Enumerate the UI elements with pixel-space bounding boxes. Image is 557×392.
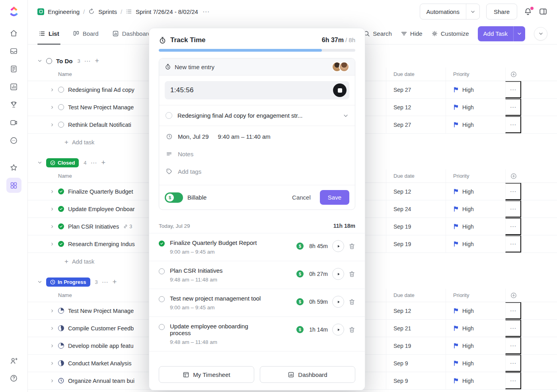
automations-chevron-button[interactable] [466, 4, 479, 19]
my-timesheet-button[interactable]: My Timesheet [159, 366, 254, 383]
task-menu-button[interactable]: ⋯ [505, 218, 521, 235]
toggle-panel-button[interactable] [539, 7, 547, 16]
tab-list[interactable]: List [37, 23, 60, 44]
search-button[interactable]: Search [363, 30, 392, 37]
due-date-cell[interactable]: Sep 24 [386, 200, 446, 217]
sidebar-item-inbox[interactable] [6, 43, 21, 58]
time-entry-row[interactable]: Plan CSR Initiatives 9:48 am – 11:48 am … [149, 261, 365, 289]
play-button[interactable] [332, 324, 344, 336]
sidebar-item-apps[interactable] [6, 178, 21, 193]
sidebar-item-home[interactable] [6, 25, 21, 41]
task-menu-button[interactable]: ⋯ [505, 183, 521, 200]
status-open-icon[interactable] [159, 296, 165, 302]
group-add-button[interactable]: + [95, 57, 99, 64]
task-menu-button[interactable]: ⋯ [505, 200, 521, 217]
notifications-button[interactable] [524, 7, 532, 16]
due-date-cell[interactable]: Sep 27 [386, 116, 446, 133]
play-button[interactable] [332, 268, 344, 280]
delete-entry-button[interactable] [349, 243, 355, 250]
task-menu-button[interactable]: ⋯ [505, 372, 521, 389]
entry-date[interactable]: Mon, Jul 29 [178, 133, 209, 140]
customize-button[interactable]: Customize [431, 30, 469, 37]
group-menu-button[interactable]: ⋯ [102, 278, 109, 286]
status-open-icon[interactable] [159, 268, 165, 274]
status-closed-icon[interactable] [58, 223, 64, 229]
priority-cell[interactable]: High [446, 337, 505, 354]
expand-task-chevron[interactable] [50, 190, 54, 194]
share-button[interactable]: Share [486, 4, 517, 19]
group-collapse-chevron[interactable] [37, 160, 42, 165]
task-menu-button[interactable]: ⋯ [505, 81, 521, 98]
breadcrumb-space[interactable]: Engineering [48, 8, 80, 15]
due-date-cell[interactable]: Sep 9 [386, 372, 446, 389]
status-todo-icon[interactable] [58, 87, 64, 93]
add-column-button[interactable] [505, 289, 521, 302]
priority-cell[interactable]: High [446, 99, 505, 116]
priority-cell[interactable]: High [446, 200, 505, 217]
space-avatar[interactable] [37, 8, 44, 15]
in-progress-status-badge[interactable]: In Progress [46, 278, 90, 287]
closed-status-badge[interactable]: Closed [46, 158, 79, 167]
task-menu-button[interactable]: ⋯ [505, 337, 521, 354]
save-button[interactable]: Save [320, 190, 349, 205]
column-due-date[interactable]: Due date [386, 169, 446, 182]
group-collapse-chevron[interactable] [37, 279, 42, 284]
column-priority[interactable]: Priority [446, 169, 505, 182]
expand-task-chevron[interactable] [50, 225, 54, 229]
status-in-progress-icon[interactable] [58, 343, 64, 349]
priority-cell[interactable]: High [446, 183, 505, 200]
column-priority[interactable]: Priority [446, 68, 505, 81]
tab-board[interactable]: Board [72, 23, 100, 44]
task-radio-icon[interactable] [166, 112, 172, 119]
status-closed-icon[interactable] [58, 241, 64, 247]
due-date-cell[interactable]: Sep 21 [386, 320, 446, 337]
task-menu-button[interactable]: ⋯ [505, 116, 521, 133]
due-date-cell[interactable]: Sep 9 [386, 355, 446, 372]
expand-task-chevron[interactable] [50, 242, 54, 246]
status-todo-icon[interactable] [58, 122, 64, 128]
task-selector[interactable]: Redesigning final Ad copy for engagement… [159, 105, 355, 126]
expand-task-chevron[interactable] [50, 207, 54, 211]
status-in-progress-icon[interactable] [58, 308, 64, 314]
status-closed-icon[interactable] [58, 206, 64, 212]
sidebar-item-chat[interactable] [6, 133, 21, 148]
task-menu-button[interactable]: ⋯ [505, 355, 521, 372]
add-column-button[interactable] [505, 68, 521, 81]
group-menu-button[interactable]: ⋯ [84, 57, 91, 65]
due-date-cell[interactable]: Sep 19 [386, 337, 446, 354]
due-date-cell[interactable]: Sep 12 [386, 183, 446, 200]
play-button[interactable] [332, 296, 344, 308]
cancel-button[interactable]: Cancel [287, 191, 316, 204]
dashboard-button[interactable]: Dashboard [260, 366, 355, 383]
priority-cell[interactable]: High [446, 302, 505, 319]
due-date-cell[interactable]: Sep 19 [386, 218, 446, 235]
subtask-link-count[interactable]: 3 [123, 224, 132, 229]
expand-task-chevron[interactable] [50, 309, 54, 313]
timer-display[interactable]: 1:45:56 [165, 81, 349, 99]
sidebar-item-clips[interactable] [6, 115, 21, 130]
expand-task-chevron[interactable] [50, 361, 54, 365]
status-clock-icon[interactable] [58, 378, 64, 384]
billable-toggle[interactable]: $ [165, 192, 183, 203]
stop-timer-button[interactable] [333, 83, 347, 97]
expand-task-chevron[interactable] [50, 88, 54, 92]
add-column-button[interactable] [505, 169, 521, 182]
group-add-button[interactable]: + [113, 278, 117, 285]
due-date-cell[interactable]: Sep 12 [386, 99, 446, 116]
due-date-cell[interactable]: Sep 19 [386, 235, 446, 252]
chevron-down-icon[interactable] [343, 113, 349, 118]
collapse-view-button[interactable] [534, 27, 547, 41]
priority-cell[interactable]: High [446, 81, 505, 98]
breadcrumb-sprints[interactable]: Sprints [98, 8, 117, 15]
delete-entry-button[interactable] [349, 299, 355, 305]
due-date-cell[interactable]: Sep 12 [386, 302, 446, 319]
add-task-button[interactable]: Add Task [478, 26, 525, 41]
column-priority[interactable]: Priority [446, 289, 505, 302]
status-in-progress-icon[interactable] [58, 360, 64, 366]
delete-entry-button[interactable] [349, 271, 355, 278]
task-menu-button[interactable]: ⋯ [505, 99, 521, 116]
time-entry-row[interactable]: Finalize Quarterly Budget Report 9:00 am… [149, 233, 365, 261]
expand-task-chevron[interactable] [50, 344, 54, 348]
time-entry-row[interactable]: Test new project management tool 9:00 am… [149, 289, 365, 317]
task-menu-button[interactable]: ⋯ [505, 320, 521, 337]
